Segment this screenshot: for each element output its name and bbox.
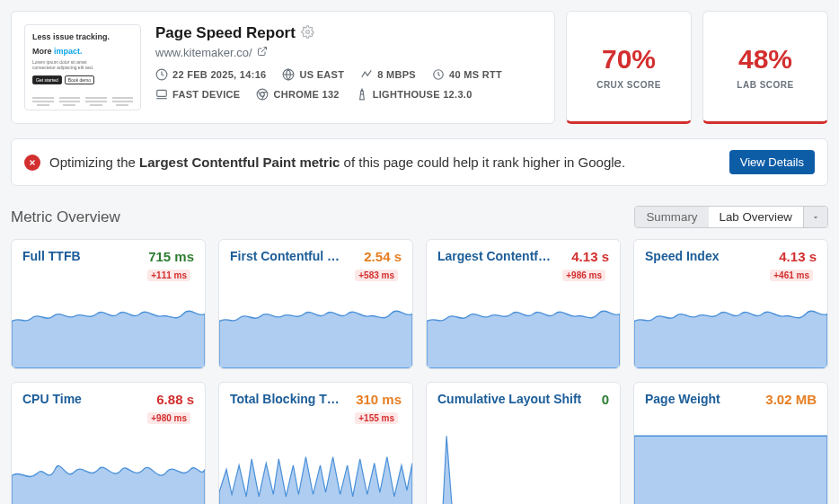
crux-score-label: CRUX SCORE: [596, 80, 661, 90]
metric-grid: Full TTFB 715 ms +111 ms First Contentfu…: [11, 239, 828, 504]
metric-card[interactable]: Largest Contentf… 4.13 s +986 ms: [426, 239, 621, 369]
metric-value: 4.13 s: [571, 249, 609, 264]
view-dropdown-caret[interactable]: [803, 207, 827, 227]
thumb-line2b: impact.: [54, 47, 83, 56]
metric-sparkline: [634, 414, 827, 504]
svg-point-0: [306, 30, 310, 33]
banner-text: Optimizing the Largest Contentful Paint …: [49, 155, 720, 170]
meta-rtt: 40 MS RTT: [432, 68, 502, 81]
meta-device: FAST DEVICE: [155, 88, 240, 101]
bandwidth-icon: [360, 68, 373, 81]
metric-card[interactable]: Total Blocking T… 310 ms +155 ms: [218, 382, 413, 504]
metric-name: Total Blocking T…: [230, 392, 350, 406]
metric-card[interactable]: CPU Time 6.88 s +980 ms: [11, 382, 206, 504]
metric-name: Largest Contentf…: [437, 249, 566, 263]
metric-name: Cumulative Layout Shift: [437, 392, 596, 406]
lab-score-value: 48%: [738, 44, 792, 75]
metric-sparkline: [634, 285, 827, 368]
chrome-icon: [256, 88, 269, 101]
error-icon: [24, 155, 40, 171]
metric-name: Page Weight: [645, 392, 760, 406]
metric-name: First Contentful …: [230, 249, 358, 263]
metric-card[interactable]: Cumulative Layout Shift 0: [426, 382, 621, 504]
metric-sparkline: [12, 428, 205, 504]
metric-delta: +111 ms: [147, 270, 190, 281]
metric-sparkline: [427, 285, 620, 368]
lab-score-card[interactable]: 48% LAB SCORE: [702, 11, 828, 124]
metric-name: Full TTFB: [22, 249, 143, 263]
metric-name: CPU Time: [22, 392, 151, 406]
metric-delta: +986 ms: [562, 270, 605, 281]
external-link-icon[interactable]: [257, 46, 268, 59]
meta-lighthouse: LIGHTHOUSE 12.3.0: [356, 88, 472, 101]
tab-summary[interactable]: Summary: [635, 207, 708, 227]
metric-sparkline: [219, 428, 412, 504]
crux-score-card[interactable]: 70% CRUX SCORE: [566, 11, 692, 124]
metric-delta: +461 ms: [770, 270, 813, 281]
report-header-card: Less issue tracking. More impact. Lorem …: [11, 11, 555, 124]
metric-delta: +583 ms: [355, 270, 398, 281]
page-title: Page Speed Report: [155, 24, 296, 42]
metric-value: 715 ms: [148, 249, 194, 264]
meta-bandwidth: 8 MBPS: [360, 68, 416, 81]
page-url[interactable]: www.kitemaker.co/: [155, 46, 252, 59]
metric-value: 6.88 s: [156, 392, 194, 407]
meta-date: 22 FEB 2025, 14:16: [155, 68, 266, 81]
metric-name: Speed Index: [645, 249, 773, 263]
svg-rect-6: [157, 90, 167, 96]
svg-line-1: [261, 48, 267, 53]
metric-value: 3.02 MB: [765, 392, 817, 407]
metric-sparkline: [219, 285, 412, 368]
page-thumbnail[interactable]: Less issue tracking. More impact. Lorem …: [24, 24, 141, 111]
meta-region: US EAST: [282, 68, 344, 81]
metric-card[interactable]: Page Weight 3.02 MB: [633, 382, 828, 504]
view-details-button[interactable]: View Details: [729, 150, 815, 174]
metric-delta: +980 ms: [147, 412, 190, 424]
metric-value: 310 ms: [356, 392, 402, 407]
lighthouse-icon: [356, 88, 368, 101]
metric-card[interactable]: Full TTFB 715 ms +111 ms: [11, 239, 206, 369]
metric-sparkline: [427, 414, 620, 504]
metric-card[interactable]: First Contentful … 2.54 s +583 ms: [218, 239, 413, 369]
metric-delta: +155 ms: [355, 412, 398, 424]
latency-icon: [432, 68, 445, 81]
metric-sparkline: [12, 285, 205, 368]
metric-value: 4.13 s: [779, 249, 817, 264]
metric-value: 0: [602, 392, 609, 407]
clock-icon: [155, 68, 168, 81]
lab-score-label: LAB SCORE: [737, 80, 793, 90]
meta-browser: CHROME 132: [256, 88, 339, 101]
metric-value: 2.54 s: [364, 249, 402, 264]
gear-icon[interactable]: [301, 25, 314, 42]
thumb-line2a: More: [32, 47, 54, 56]
view-toggle: Summary Lab Overview: [634, 206, 828, 228]
globe-icon: [282, 68, 295, 81]
thumb-line1: Less issue tracking.: [32, 32, 133, 41]
device-icon: [155, 88, 168, 101]
section-title: Metric Overview: [11, 208, 634, 226]
metric-card[interactable]: Speed Index 4.13 s +461 ms: [633, 239, 828, 369]
tab-lab-overview[interactable]: Lab Overview: [709, 207, 804, 227]
crux-score-value: 70%: [602, 44, 656, 75]
optimization-banner: Optimizing the Largest Contentful Paint …: [11, 138, 828, 186]
